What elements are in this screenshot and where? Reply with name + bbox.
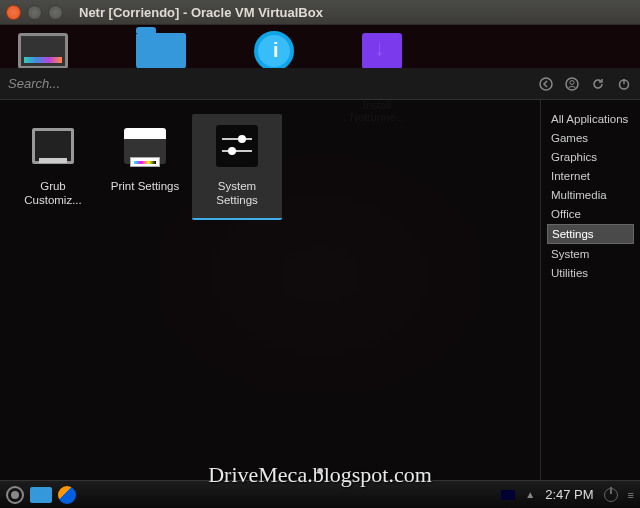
app-print-settings[interactable]: Print Settings	[100, 114, 190, 204]
folder-desktop-icon[interactable]	[136, 33, 186, 69]
category-all-applications[interactable]: All Applications	[547, 110, 634, 128]
window-minimize-button[interactable]	[27, 5, 42, 20]
window-title: Netr [Corriendo] - Oracle VM VirtualBox	[79, 5, 323, 20]
category-office[interactable]: Office	[547, 205, 634, 223]
desktop-icons-row	[18, 33, 402, 71]
svg-point-0	[540, 78, 552, 90]
file-manager-icon[interactable]	[30, 487, 52, 503]
page-indicator[interactable]	[317, 468, 323, 474]
category-games[interactable]: Games	[547, 129, 634, 147]
info-desktop-icon[interactable]	[254, 31, 294, 71]
window-titlebar: Netr [Corriendo] - Oracle VM VirtualBox	[0, 0, 640, 25]
taskbar-left	[6, 486, 76, 504]
app-grub-customizer[interactable]: Grub Customiz...	[8, 114, 98, 218]
window-close-button[interactable]	[6, 5, 21, 20]
category-graphics[interactable]: Graphics	[547, 148, 634, 166]
application-launcher: Grub Customiz... Print Settings System S…	[0, 68, 640, 480]
launcher-content: Grub Customiz... Print Settings System S…	[0, 100, 640, 480]
taskbar-right: ▲ 2:47 PM ≡	[501, 487, 634, 502]
category-utilities[interactable]: Utilities	[547, 264, 634, 282]
user-icon[interactable]	[564, 76, 580, 92]
clock[interactable]: 2:47 PM	[545, 487, 593, 502]
category-multimedia[interactable]: Multimedia	[547, 186, 634, 204]
category-system[interactable]: System	[547, 245, 634, 263]
firefox-icon[interactable]	[58, 486, 76, 504]
svg-point-2	[570, 80, 574, 84]
printer-icon	[121, 122, 169, 170]
search-input[interactable]	[8, 76, 538, 91]
app-system-settings[interactable]: System Settings	[192, 114, 282, 220]
apps-grid: Grub Customiz... Print Settings System S…	[0, 100, 540, 480]
panel-menu-icon[interactable]: ≡	[628, 489, 634, 501]
search-bar	[0, 68, 640, 100]
grub-icon	[29, 122, 77, 170]
power-icon[interactable]	[616, 76, 632, 92]
session-power-icon[interactable]	[604, 488, 618, 502]
taskbar: ▲ 2:47 PM ≡	[0, 480, 640, 508]
window-maximize-button[interactable]	[48, 5, 63, 20]
desktop: Install Netrunne... Grub Customiz... Pr	[0, 25, 640, 480]
app-label: Print Settings	[104, 180, 186, 194]
terminal-desktop-icon[interactable]	[18, 33, 68, 69]
tray-expand-icon[interactable]: ▲	[525, 489, 535, 500]
back-icon[interactable]	[538, 76, 554, 92]
app-label: System Settings	[196, 180, 278, 208]
sliders-icon	[213, 122, 261, 170]
download-desktop-icon[interactable]	[362, 33, 402, 69]
start-menu-button[interactable]	[6, 486, 24, 504]
refresh-icon[interactable]	[590, 76, 606, 92]
category-settings[interactable]: Settings	[547, 224, 634, 244]
category-sidebar: All Applications Games Graphics Internet…	[540, 100, 640, 480]
category-internet[interactable]: Internet	[547, 167, 634, 185]
search-toolbar-icons	[538, 76, 632, 92]
keyboard-layout-icon[interactable]	[501, 490, 515, 500]
app-label: Grub Customiz...	[12, 180, 94, 208]
